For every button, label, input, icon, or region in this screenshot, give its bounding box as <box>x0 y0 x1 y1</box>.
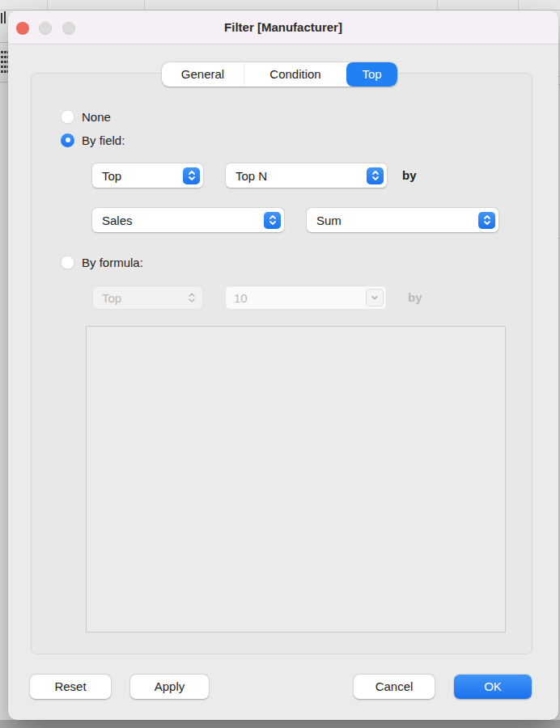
radio-by-field-circle-icon <box>61 133 74 147</box>
radio-by-formula-label: By formula: <box>82 256 143 269</box>
formula-direction-dropdown: Top <box>92 286 203 310</box>
mode-dropdown-value: Top N <box>235 169 267 183</box>
minimize-button-icon[interactable] <box>39 22 52 35</box>
direction-dropdown[interactable]: Top <box>92 163 203 188</box>
radio-by-field-label: By field: <box>82 133 125 147</box>
background-column-divider <box>518 0 519 10</box>
radio-by-formula-circle-icon <box>61 256 74 269</box>
radio-none[interactable]: None <box>61 109 111 124</box>
direction-dropdown-value: Top <box>102 169 121 183</box>
chevron-up-down-icon <box>264 212 281 229</box>
close-button-icon[interactable] <box>16 22 29 35</box>
formula-list-area <box>86 326 506 633</box>
tab-condition[interactable]: Condition <box>244 62 346 87</box>
filter-dialog: Filter [Manufacturer] General Condition … <box>8 11 558 720</box>
cancel-button[interactable]: Cancel <box>354 675 435 699</box>
radio-by-formula[interactable]: By formula: <box>61 255 143 269</box>
formula-direction-value: Top <box>102 291 121 305</box>
top-tab-panel: None By field: Top Top N by Sales <box>31 73 532 654</box>
window-title: Filter [Manufacturer] <box>8 11 558 44</box>
chevron-up-down-icon <box>183 167 200 184</box>
background-column-divider <box>144 0 145 10</box>
tab-general[interactable]: General <box>162 62 244 87</box>
background-column-divider <box>437 0 438 10</box>
by-field-by-label: by <box>402 163 417 188</box>
chevron-up-down-icon <box>478 212 495 229</box>
titlebar: Filter [Manufacturer] <box>8 11 558 44</box>
background-divider <box>0 42 8 43</box>
chevron-up-down-icon <box>183 290 200 307</box>
radio-none-circle-icon <box>61 110 74 124</box>
background-partial-icon <box>4 11 6 23</box>
tab-top[interactable]: Top <box>346 62 397 87</box>
mode-dropdown[interactable]: Top N <box>226 163 387 188</box>
zoom-button-icon[interactable] <box>62 22 75 35</box>
background-desktop-strip <box>0 720 560 728</box>
tab-bar: General Condition Top <box>162 62 397 87</box>
radio-none-label: None <box>82 110 111 124</box>
field-dropdown-value: Sales <box>102 214 133 227</box>
field-dropdown[interactable]: Sales <box>92 208 284 232</box>
chevron-down-icon <box>366 289 384 307</box>
background-column-divider <box>47 0 48 10</box>
apply-button[interactable]: Apply <box>130 675 209 699</box>
by-formula-by-label: by <box>408 286 422 310</box>
chevron-up-down-icon <box>367 167 384 184</box>
radio-by-field[interactable]: By field: <box>61 133 125 147</box>
background-divider <box>0 82 8 83</box>
formula-count-combobox: 10 <box>225 286 387 310</box>
ok-button[interactable]: OK <box>454 675 532 699</box>
aggregation-dropdown[interactable]: Sum <box>307 208 498 232</box>
reset-button[interactable]: Reset <box>30 675 111 699</box>
aggregation-dropdown-value: Sum <box>316 214 342 227</box>
background-partial-icon <box>1 13 2 23</box>
formula-count-value: 10 <box>234 291 248 305</box>
